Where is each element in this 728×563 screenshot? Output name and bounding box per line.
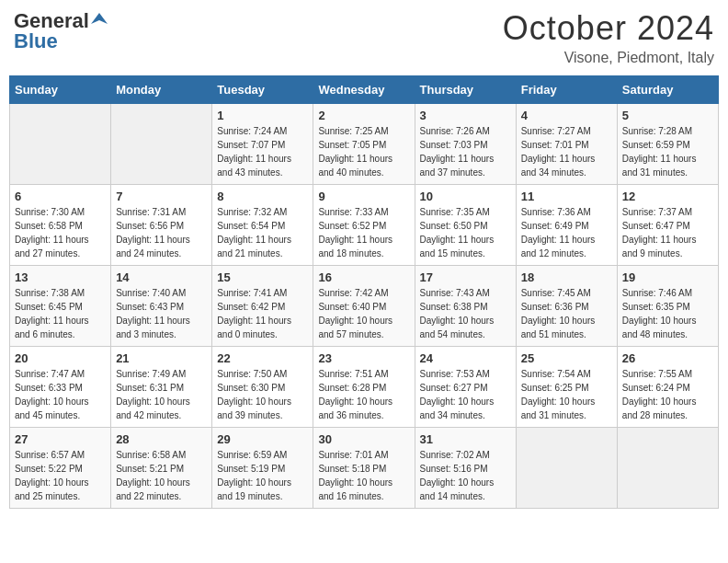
calendar-cell: 7Sunrise: 7:31 AMSunset: 6:56 PMDaylight… (111, 185, 212, 266)
day-info: Sunrise: 6:58 AMSunset: 5:21 PMDaylight:… (116, 448, 207, 503)
day-info: Sunrise: 7:40 AMSunset: 6:43 PMDaylight:… (116, 286, 207, 341)
day-number: 9 (318, 190, 409, 203)
calendar-cell: 13Sunrise: 7:38 AMSunset: 6:45 PMDayligh… (10, 266, 111, 347)
day-number: 1 (217, 109, 308, 122)
day-number: 13 (15, 270, 106, 284)
day-number: 5 (622, 109, 713, 122)
calendar-cell: 1Sunrise: 7:24 AMSunset: 7:07 PMDaylight… (212, 104, 313, 185)
calendar-cell: 16Sunrise: 7:42 AMSunset: 6:40 PMDayligh… (313, 266, 415, 347)
calendar-cell: 27Sunrise: 6:57 AMSunset: 5:22 PMDayligh… (10, 428, 111, 509)
col-header-thursday: Thursday (415, 76, 516, 104)
calendar-cell (111, 104, 212, 185)
day-info: Sunrise: 7:30 AMSunset: 6:58 PMDaylight:… (15, 205, 106, 260)
day-info: Sunrise: 7:33 AMSunset: 6:52 PMDaylight:… (318, 205, 409, 260)
svg-marker-0 (91, 13, 108, 24)
day-number: 20 (15, 351, 106, 365)
calendar-table: SundayMondayTuesdayWednesdayThursdayFrid… (9, 75, 719, 509)
calendar-cell (516, 428, 617, 509)
day-number: 14 (116, 270, 207, 284)
day-number: 31 (420, 432, 511, 446)
calendar-header-row: SundayMondayTuesdayWednesdayThursdayFrid… (10, 76, 719, 104)
calendar-cell: 25Sunrise: 7:54 AMSunset: 6:25 PMDayligh… (516, 347, 617, 428)
day-number: 23 (318, 351, 409, 365)
day-number: 6 (15, 190, 106, 203)
day-number: 12 (622, 190, 713, 203)
calendar-cell: 22Sunrise: 7:50 AMSunset: 6:30 PMDayligh… (212, 347, 313, 428)
day-info: Sunrise: 7:26 AMSunset: 7:03 PMDaylight:… (420, 124, 511, 179)
title-block: October 2024 Visone, Piedmont, Italy (503, 9, 714, 66)
calendar-week-row: 27Sunrise: 6:57 AMSunset: 5:22 PMDayligh… (10, 428, 719, 509)
day-info: Sunrise: 6:57 AMSunset: 5:22 PMDaylight:… (15, 448, 106, 503)
day-info: Sunrise: 7:27 AMSunset: 7:01 PMDaylight:… (521, 124, 612, 179)
col-header-sunday: Sunday (10, 76, 111, 104)
calendar-cell: 5Sunrise: 7:28 AMSunset: 6:59 PMDaylight… (617, 104, 718, 185)
calendar-week-row: 6Sunrise: 7:30 AMSunset: 6:58 PMDaylight… (10, 185, 719, 266)
location-subtitle: Visone, Piedmont, Italy (503, 50, 714, 66)
day-number: 27 (15, 432, 106, 446)
day-number: 15 (217, 270, 308, 284)
calendar-week-row: 1Sunrise: 7:24 AMSunset: 7:07 PMDaylight… (10, 104, 719, 185)
col-header-saturday: Saturday (617, 76, 718, 104)
day-info: Sunrise: 7:32 AMSunset: 6:54 PMDaylight:… (217, 205, 308, 260)
day-number: 21 (116, 351, 207, 365)
day-number: 30 (318, 432, 409, 446)
calendar-cell: 15Sunrise: 7:41 AMSunset: 6:42 PMDayligh… (212, 266, 313, 347)
day-number: 22 (217, 351, 308, 365)
col-header-tuesday: Tuesday (212, 76, 313, 104)
day-info: Sunrise: 7:31 AMSunset: 6:56 PMDaylight:… (116, 205, 207, 260)
calendar-cell: 11Sunrise: 7:36 AMSunset: 6:49 PMDayligh… (516, 185, 617, 266)
page-header: General Blue October 2024 Visone, Piedmo… (9, 9, 719, 66)
day-number: 24 (420, 351, 511, 365)
calendar-cell: 26Sunrise: 7:55 AMSunset: 6:24 PMDayligh… (617, 347, 718, 428)
day-number: 29 (217, 432, 308, 446)
calendar-cell: 3Sunrise: 7:26 AMSunset: 7:03 PMDaylight… (415, 104, 516, 185)
month-title: October 2024 (503, 9, 714, 48)
day-number: 18 (521, 270, 612, 284)
day-number: 19 (622, 270, 713, 284)
calendar-week-row: 20Sunrise: 7:47 AMSunset: 6:33 PMDayligh… (10, 347, 719, 428)
day-info: Sunrise: 7:54 AMSunset: 6:25 PMDaylight:… (521, 367, 612, 422)
day-info: Sunrise: 7:46 AMSunset: 6:35 PMDaylight:… (622, 286, 713, 341)
day-number: 2 (318, 109, 409, 122)
day-number: 28 (116, 432, 207, 446)
day-info: Sunrise: 7:02 AMSunset: 5:16 PMDaylight:… (420, 448, 511, 503)
day-info: Sunrise: 7:24 AMSunset: 7:07 PMDaylight:… (217, 124, 308, 179)
day-number: 26 (622, 351, 713, 365)
calendar-cell (617, 428, 718, 509)
day-info: Sunrise: 7:53 AMSunset: 6:27 PMDaylight:… (420, 367, 511, 422)
day-info: Sunrise: 7:45 AMSunset: 6:36 PMDaylight:… (521, 286, 612, 341)
calendar-cell: 17Sunrise: 7:43 AMSunset: 6:38 PMDayligh… (415, 266, 516, 347)
col-header-monday: Monday (111, 76, 212, 104)
day-info: Sunrise: 7:28 AMSunset: 6:59 PMDaylight:… (622, 124, 713, 179)
col-header-friday: Friday (516, 76, 617, 104)
calendar-cell: 2Sunrise: 7:25 AMSunset: 7:05 PMDaylight… (313, 104, 415, 185)
day-info: Sunrise: 6:59 AMSunset: 5:19 PMDaylight:… (217, 448, 308, 503)
calendar-cell: 12Sunrise: 7:37 AMSunset: 6:47 PMDayligh… (617, 185, 718, 266)
col-header-wednesday: Wednesday (313, 76, 415, 104)
day-number: 10 (420, 190, 511, 203)
calendar-cell: 9Sunrise: 7:33 AMSunset: 6:52 PMDaylight… (313, 185, 415, 266)
day-info: Sunrise: 7:49 AMSunset: 6:31 PMDaylight:… (116, 367, 207, 422)
calendar-cell: 29Sunrise: 6:59 AMSunset: 5:19 PMDayligh… (212, 428, 313, 509)
calendar-cell: 4Sunrise: 7:27 AMSunset: 7:01 PMDaylight… (516, 104, 617, 185)
calendar-week-row: 13Sunrise: 7:38 AMSunset: 6:45 PMDayligh… (10, 266, 719, 347)
day-number: 4 (521, 109, 612, 122)
day-info: Sunrise: 7:35 AMSunset: 6:50 PMDaylight:… (420, 205, 511, 260)
day-info: Sunrise: 7:36 AMSunset: 6:49 PMDaylight:… (521, 205, 612, 260)
calendar-cell: 31Sunrise: 7:02 AMSunset: 5:16 PMDayligh… (415, 428, 516, 509)
calendar-cell: 21Sunrise: 7:49 AMSunset: 6:31 PMDayligh… (111, 347, 212, 428)
calendar-cell: 18Sunrise: 7:45 AMSunset: 6:36 PMDayligh… (516, 266, 617, 347)
calendar-cell: 24Sunrise: 7:53 AMSunset: 6:27 PMDayligh… (415, 347, 516, 428)
calendar-cell: 20Sunrise: 7:47 AMSunset: 6:33 PMDayligh… (10, 347, 111, 428)
calendar-cell: 8Sunrise: 7:32 AMSunset: 6:54 PMDaylight… (212, 185, 313, 266)
day-number: 11 (521, 190, 612, 203)
calendar-cell: 30Sunrise: 7:01 AMSunset: 5:18 PMDayligh… (313, 428, 415, 509)
logo-blue-text: Blue (14, 29, 58, 53)
day-info: Sunrise: 7:51 AMSunset: 6:28 PMDaylight:… (318, 367, 409, 422)
day-info: Sunrise: 7:47 AMSunset: 6:33 PMDaylight:… (15, 367, 106, 422)
day-number: 8 (217, 190, 308, 203)
day-info: Sunrise: 7:01 AMSunset: 5:18 PMDaylight:… (318, 448, 409, 503)
day-number: 7 (116, 190, 207, 203)
day-info: Sunrise: 7:41 AMSunset: 6:42 PMDaylight:… (217, 286, 308, 341)
day-info: Sunrise: 7:55 AMSunset: 6:24 PMDaylight:… (622, 367, 713, 422)
